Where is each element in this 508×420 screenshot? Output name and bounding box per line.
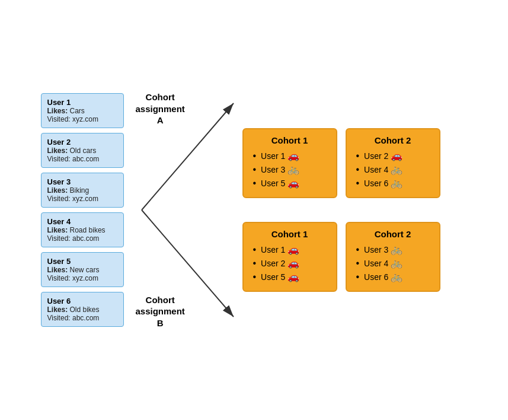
user-visited: Visited: abc.com: [47, 234, 117, 243]
list-item: User 5 🚗: [253, 177, 327, 189]
user-card-user1: User 1 Likes: Cars Visited: xyz.com: [41, 93, 124, 128]
cohorts-column: Cohort 1 User 1 🚗User 3 🚲User 5 🚗 Cohort…: [242, 128, 468, 292]
user-visited: Visited: xyz.com: [47, 195, 117, 203]
user-likes: Likes: Road bikes: [47, 226, 117, 234]
user-card-user6: User 6 Likes: Old bikes Visited: abc.com: [41, 292, 124, 327]
cohort-b-2-title: Cohort 2: [356, 229, 430, 239]
user-likes: Likes: Biking: [47, 186, 117, 195]
list-item: User 3 🚲: [253, 164, 327, 175]
cohort-a-2-title: Cohort 2: [356, 135, 430, 145]
user-card-user4: User 4 Likes: Road bikes Visited: abc.co…: [41, 212, 124, 247]
user-name: User 6: [47, 297, 117, 306]
user-label: User 3: [261, 165, 285, 174]
user-label: User 1: [261, 245, 285, 254]
emoji-icon: 🚗: [391, 150, 402, 161]
assignment-b-label: Cohort assignment B: [136, 294, 185, 329]
user-name: User 4: [47, 217, 117, 226]
user-card-user3: User 3 Likes: Biking Visited: xyz.com: [41, 173, 124, 208]
list-item: User 5 🚗: [253, 271, 327, 282]
emoji-icon: 🚗: [287, 150, 299, 161]
assignment-a-label: Cohort assignment A: [136, 91, 185, 126]
emoji-icon: 🚗: [287, 257, 299, 269]
emoji-icon: 🚗: [287, 271, 299, 282]
list-item: User 1 🚗: [253, 150, 327, 161]
cohort-b-1-list: User 1 🚗User 2 🚗User 5 🚗: [253, 244, 327, 282]
cohort-a-2-list: User 2 🚗User 4 🚲User 6 🚲: [356, 150, 430, 189]
user-likes: Likes: Old bikes: [47, 306, 117, 314]
cohort-b-2-list: User 3 🚲User 4 🚲User 6 🚲: [356, 244, 430, 282]
user-visited: Visited: abc.com: [47, 314, 117, 322]
users-column: User 1 Likes: Cars Visited: xyz.com User…: [41, 93, 124, 327]
user-name: User 1: [47, 98, 117, 107]
emoji-icon: 🚲: [391, 177, 402, 189]
diagram: User 1 Likes: Cars Visited: xyz.com User…: [0, 0, 508, 420]
user-visited: Visited: xyz.com: [47, 115, 117, 123]
user-label: User 2: [261, 259, 285, 268]
cohort-b-1-title: Cohort 1: [253, 229, 327, 239]
cohort-a-2: Cohort 2 User 2 🚗User 4 🚲User 6 🚲: [346, 128, 440, 198]
user-card-user2: User 2 Likes: Old cars Visited: abc.com: [41, 133, 124, 168]
cohort-b-2: Cohort 2 User 3 🚲User 4 🚲User 6 🚲: [346, 222, 440, 292]
list-item: User 4 🚲: [356, 257, 430, 269]
emoji-icon: 🚲: [391, 164, 402, 175]
user-label: User 4: [364, 165, 388, 174]
user-likes: Likes: New cars: [47, 266, 117, 274]
user-label: User 4: [364, 259, 388, 268]
user-card-user5: User 5 Likes: New cars Visited: xyz.com: [41, 252, 124, 287]
user-label: User 6: [364, 179, 388, 188]
cohort-group-a: Cohort 1 User 1 🚗User 3 🚲User 5 🚗 Cohort…: [242, 128, 468, 198]
emoji-icon: 🚲: [391, 257, 402, 269]
user-likes: Likes: Cars: [47, 107, 117, 115]
user-label: User 3: [364, 245, 388, 254]
user-name: User 5: [47, 257, 117, 266]
user-label: User 1: [261, 151, 285, 161]
user-label: User 5: [261, 272, 285, 282]
arrows-column: Cohort assignment A Cohort assignment B: [124, 44, 242, 376]
cohort-a-1: Cohort 1 User 1 🚗User 3 🚲User 5 🚗: [242, 128, 337, 198]
list-item: User 2 🚗: [253, 257, 327, 269]
user-name: User 3: [47, 177, 117, 186]
list-item: User 3 🚲: [356, 244, 430, 255]
list-item: User 2 🚗: [356, 150, 430, 161]
user-visited: Visited: abc.com: [47, 155, 117, 163]
list-item: User 1 🚗: [253, 244, 327, 255]
emoji-icon: 🚗: [287, 177, 299, 189]
cohort-a-1-list: User 1 🚗User 3 🚲User 5 🚗: [253, 150, 327, 189]
user-label: User 6: [364, 272, 388, 282]
emoji-icon: 🚗: [287, 244, 299, 255]
list-item: User 6 🚲: [356, 271, 430, 282]
cohort-a-1-title: Cohort 1: [253, 135, 327, 145]
user-likes: Likes: Old cars: [47, 147, 117, 155]
user-visited: Visited: xyz.com: [47, 274, 117, 282]
user-label: User 5: [261, 179, 285, 188]
user-label: User 2: [364, 151, 388, 161]
cohort-b-1: Cohort 1 User 1 🚗User 2 🚗User 5 🚗: [242, 222, 337, 292]
user-name: User 2: [47, 138, 117, 147]
emoji-icon: 🚲: [287, 164, 299, 175]
list-item: User 6 🚲: [356, 177, 430, 189]
emoji-icon: 🚲: [391, 271, 402, 282]
emoji-icon: 🚲: [391, 244, 402, 255]
list-item: User 4 🚲: [356, 164, 430, 175]
cohort-group-b: Cohort 1 User 1 🚗User 2 🚗User 5 🚗 Cohort…: [242, 222, 468, 292]
